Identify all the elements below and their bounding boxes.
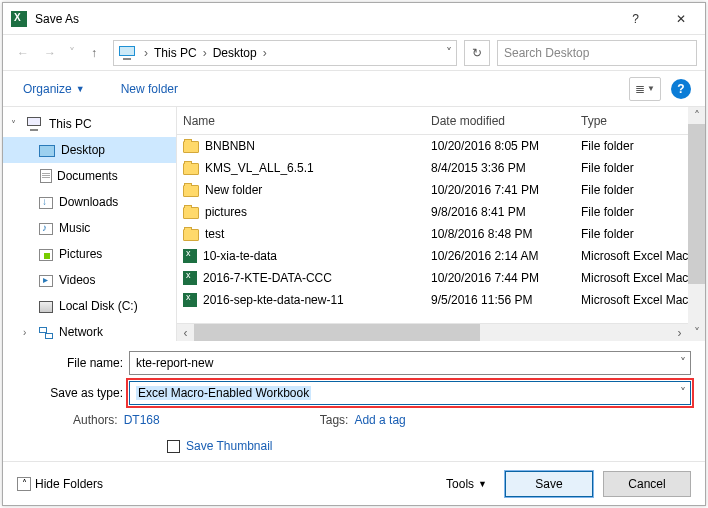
tags-label: Tags: [320, 413, 349, 427]
back-button[interactable]: ← [11, 41, 35, 65]
xlsm-icon [183, 293, 197, 307]
chevron-right-icon: › [201, 46, 209, 60]
column-name[interactable]: Name [183, 114, 431, 128]
file-type: File folder [581, 161, 688, 175]
tree-item-documents[interactable]: Documents [3, 163, 176, 189]
file-row[interactable]: New folder10/20/2016 7:41 PMFile folder [177, 179, 688, 201]
tree-item-label: This PC [49, 117, 92, 131]
folder-icon [183, 185, 199, 197]
help-button[interactable]: ? [613, 4, 658, 34]
tree-item-network[interactable]: ›Network [3, 319, 176, 341]
save-as-dialog: Save As ? ✕ ← → ˅ ↑ › This PC › Desktop … [2, 2, 706, 506]
file-row[interactable]: BNBNBN10/20/2016 8:05 PMFile folder [177, 135, 688, 157]
file-name: test [205, 227, 224, 241]
file-name: New folder [205, 183, 262, 197]
address-dropdown-icon[interactable]: ˅ [446, 46, 452, 60]
save-form: File name: kte-report-new ˅ Save as type… [3, 341, 705, 461]
tree-item-label: Desktop [61, 143, 105, 157]
vertical-scrollbar[interactable]: ˄ ˅ [688, 107, 705, 341]
tree-item-downloads[interactable]: Downloads [3, 189, 176, 215]
tree-item-label: Downloads [59, 195, 118, 209]
file-name: BNBNBN [205, 139, 255, 153]
file-date: 10/8/2016 8:48 PM [431, 227, 581, 241]
savetype-select[interactable]: Excel Macro-Enabled Workbook ˅ [129, 381, 691, 405]
pc-icon [27, 117, 43, 131]
search-input[interactable]: Search Desktop [497, 40, 697, 66]
file-date: 8/4/2015 3:36 PM [431, 161, 581, 175]
expand-icon[interactable]: › [23, 327, 33, 338]
expand-icon[interactable]: ˅ [11, 119, 21, 130]
breadcrumb-this-pc[interactable]: This PC [150, 46, 201, 60]
tools-menu[interactable]: Tools▼ [438, 473, 495, 495]
tree-item-label: Music [59, 221, 90, 235]
scroll-right-icon[interactable]: › [671, 324, 688, 341]
chevron-down-icon[interactable]: ˅ [680, 356, 686, 370]
file-date: 9/8/2016 8:41 PM [431, 205, 581, 219]
close-button[interactable]: ✕ [658, 4, 703, 34]
file-date: 10/20/2016 8:05 PM [431, 139, 581, 153]
file-row[interactable]: 2016-7-KTE-DATA-CCC10/20/2016 7:44 PMMic… [177, 267, 688, 289]
xlsm-icon [183, 271, 197, 285]
hide-folders-button[interactable]: ˄ Hide Folders [17, 477, 103, 491]
scroll-left-icon[interactable]: ‹ [177, 324, 194, 341]
file-type: File folder [581, 183, 688, 197]
folder-icon [183, 207, 199, 219]
save-button[interactable]: Save [505, 471, 593, 497]
filename-label: File name: [17, 356, 129, 370]
file-type: File folder [581, 205, 688, 219]
tree-item-music[interactable]: Music [3, 215, 176, 241]
file-name: pictures [205, 205, 247, 219]
tree-item-videos[interactable]: Videos [3, 267, 176, 293]
tree-item-this-pc[interactable]: ˅This PC [3, 111, 176, 137]
tree-item-desktop[interactable]: Desktop [3, 137, 176, 163]
save-thumbnail-checkbox[interactable] [167, 440, 180, 453]
navigation-tree: ˅This PCDesktopDocumentsDownloadsMusicPi… [3, 107, 177, 341]
column-headers: Name Date modified Type [177, 107, 688, 135]
horizontal-scrollbar[interactable]: ‹ › [177, 323, 688, 341]
file-name: 2016-7-KTE-DATA-CCC [203, 271, 332, 285]
doc-icon [40, 169, 52, 183]
view-options-button[interactable]: ≣▼ [629, 77, 661, 101]
recent-dropdown[interactable]: ˅ [65, 41, 79, 65]
file-name: 10-xia-te-data [203, 249, 277, 263]
chevron-down-icon: ▼ [76, 84, 85, 94]
file-row[interactable]: 10-xia-te-data10/26/2016 2:14 AMMicrosof… [177, 245, 688, 267]
chevron-up-icon: ˄ [17, 477, 31, 491]
column-type[interactable]: Type [581, 114, 688, 128]
xlsm-icon [183, 249, 197, 263]
column-date[interactable]: Date modified [431, 114, 581, 128]
tree-item-label: Pictures [59, 247, 102, 261]
file-name: 2016-sep-kte-data-new-11 [203, 293, 344, 307]
filename-input[interactable]: kte-report-new ˅ [129, 351, 691, 375]
tags-value[interactable]: Add a tag [354, 413, 405, 427]
organize-menu[interactable]: Organize▼ [17, 78, 91, 100]
help-icon[interactable]: ? [671, 79, 691, 99]
new-folder-button[interactable]: New folder [115, 78, 184, 100]
address-bar[interactable]: › This PC › Desktop › ˅ [113, 40, 457, 66]
up-button[interactable]: ↑ [82, 41, 106, 65]
music-icon [39, 223, 53, 235]
tree-item-pictures[interactable]: Pictures [3, 241, 176, 267]
file-row[interactable]: test10/8/2016 8:48 PMFile folder [177, 223, 688, 245]
file-row[interactable]: pictures9/8/2016 8:41 PMFile folder [177, 201, 688, 223]
file-row[interactable]: KMS_VL_ALL_6.5.18/4/2015 3:36 PMFile fol… [177, 157, 688, 179]
dialog-footer: ˄ Hide Folders Tools▼ Save Cancel [3, 461, 705, 505]
file-type: Microsoft Excel Macro- [581, 271, 688, 285]
authors-value[interactable]: DT168 [124, 413, 160, 427]
cancel-button[interactable]: Cancel [603, 471, 691, 497]
refresh-button[interactable]: ↻ [464, 40, 490, 66]
tree-item-label: Local Disk (C:) [59, 299, 138, 313]
down-icon [39, 197, 53, 209]
forward-button[interactable]: → [38, 41, 62, 65]
file-name: KMS_VL_ALL_6.5.1 [205, 161, 314, 175]
net-icon [39, 327, 53, 339]
tree-item-local-disk-c-[interactable]: Local Disk (C:) [3, 293, 176, 319]
file-row[interactable]: 2016-sep-kte-data-new-119/5/2016 11:56 P… [177, 289, 688, 311]
scroll-up-icon[interactable]: ˄ [688, 107, 705, 124]
breadcrumb-desktop[interactable]: Desktop [209, 46, 261, 60]
titlebar: Save As ? ✕ [3, 3, 705, 35]
scroll-down-icon[interactable]: ˅ [688, 324, 705, 341]
chevron-right-icon: › [142, 46, 150, 60]
navigation-bar: ← → ˅ ↑ › This PC › Desktop › ˅ ↻ Search… [3, 35, 705, 71]
chevron-down-icon[interactable]: ˅ [680, 386, 686, 400]
